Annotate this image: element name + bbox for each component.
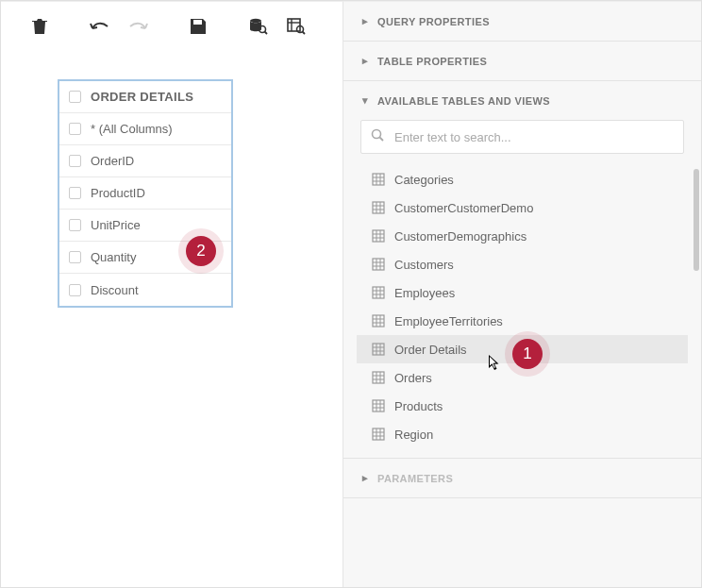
- properties-panel: ▸ QUERY PROPERTIES ▸ TABLE PROPERTIES ▾ …: [343, 1, 701, 587]
- svg-rect-55: [373, 428, 384, 440]
- table-item-label: EmployeeTerritories: [394, 314, 503, 328]
- redo-button[interactable]: [125, 14, 150, 39]
- table-item-label: Region: [394, 428, 433, 442]
- callout-badge-2: 2: [186, 236, 216, 266]
- callout-badge-1: 1: [512, 339, 543, 369]
- toolbar: [1, 2, 343, 51]
- section-table-properties[interactable]: ▸ TABLE PROPERTIES: [343, 42, 701, 80]
- section-parameters[interactable]: ▸ PARAMETERS: [343, 459, 701, 497]
- undo-button[interactable]: [88, 14, 112, 39]
- chevron-right-icon: ▸: [360, 472, 370, 484]
- table-card-title: ORDER DETAILS: [91, 90, 193, 104]
- search-input[interactable]: [394, 130, 674, 144]
- table-card-header[interactable]: ORDER DETAILS: [59, 81, 231, 113]
- search-icon: [371, 128, 385, 145]
- table-item[interactable]: CustomerDemographics: [366, 222, 688, 250]
- table-column-row[interactable]: OrderID: [59, 145, 231, 177]
- design-surface[interactable]: ORDER DETAILS * (All Columns)OrderIDProd…: [1, 1, 343, 587]
- table-item[interactable]: Customers: [366, 250, 688, 278]
- svg-rect-15: [373, 202, 384, 213]
- checkbox[interactable]: [69, 251, 81, 263]
- svg-rect-35: [373, 315, 384, 327]
- table-item[interactable]: Region: [366, 420, 688, 448]
- table-item-label: CustomerDemographics: [394, 229, 526, 244]
- table-column-row[interactable]: ProductID: [59, 177, 231, 210]
- cursor-icon: [488, 354, 503, 376]
- table-item-label: Orders: [394, 371, 432, 385]
- scrollbar-thumb[interactable]: [694, 169, 699, 271]
- table-column-row[interactable]: * (All Columns): [59, 113, 231, 145]
- table-item-label: Products: [394, 399, 443, 413]
- table-column-row[interactable]: Discount: [59, 274, 231, 306]
- column-label: Discount: [91, 283, 139, 297]
- table-item-label: Order Details: [394, 343, 467, 357]
- column-label: * (All Columns): [91, 122, 173, 136]
- chevron-right-icon: ▸: [360, 55, 370, 67]
- svg-point-8: [373, 130, 381, 139]
- table-item[interactable]: Categories: [366, 165, 688, 193]
- table-item[interactable]: Products: [366, 392, 688, 420]
- table-icon: [372, 343, 385, 356]
- svg-rect-25: [373, 259, 384, 270]
- svg-line-9: [380, 138, 384, 142]
- svg-rect-3: [288, 19, 300, 31]
- checkbox[interactable]: [69, 91, 81, 103]
- table-card-order-details[interactable]: ORDER DETAILS * (All Columns)OrderIDProd…: [58, 79, 233, 308]
- chevron-down-icon: ▾: [360, 94, 370, 107]
- save-button[interactable]: [186, 14, 210, 39]
- section-query-properties[interactable]: ▸ QUERY PROPERTIES: [343, 2, 701, 41]
- checkbox[interactable]: [69, 284, 81, 296]
- checkbox[interactable]: [69, 219, 81, 231]
- column-label: OrderID: [91, 154, 134, 168]
- svg-rect-40: [373, 344, 384, 355]
- table-item-label: CustomerCustomerDemo: [394, 201, 533, 215]
- table-item-label: Employees: [394, 286, 455, 300]
- tables-list: CategoriesCustomerCustomerDemoCustomerDe…: [357, 165, 688, 448]
- trash-button[interactable]: [27, 14, 52, 39]
- svg-point-0: [250, 19, 261, 23]
- column-label: UnitPrice: [91, 218, 141, 232]
- chevron-right-icon: ▸: [360, 15, 370, 27]
- query-preview-button[interactable]: [246, 14, 271, 39]
- svg-rect-45: [373, 372, 384, 383]
- svg-rect-20: [373, 230, 384, 242]
- table-icon: [372, 286, 385, 299]
- table-icon: [372, 371, 385, 384]
- search-input-container: [360, 120, 684, 154]
- svg-rect-50: [373, 400, 384, 412]
- results-preview-button[interactable]: [284, 14, 309, 39]
- column-label: ProductID: [91, 186, 145, 200]
- svg-rect-30: [373, 287, 384, 298]
- table-icon: [372, 201, 385, 214]
- table-item-label: Categories: [394, 173, 454, 187]
- checkbox[interactable]: [69, 155, 81, 167]
- checkbox[interactable]: [69, 123, 81, 135]
- table-icon: [372, 314, 385, 328]
- svg-line-7: [303, 32, 306, 35]
- section-available-tables[interactable]: ▾ AVAILABLE TABLES AND VIEWS: [343, 81, 701, 120]
- svg-rect-10: [373, 174, 384, 185]
- table-icon: [372, 428, 385, 441]
- table-item[interactable]: CustomerCustomerDemo: [366, 193, 688, 222]
- table-icon: [372, 258, 385, 271]
- checkbox[interactable]: [69, 187, 81, 199]
- table-icon: [372, 229, 385, 243]
- table-icon: [372, 399, 385, 412]
- column-label: Quantity: [91, 250, 136, 264]
- table-item[interactable]: Employees: [366, 278, 688, 307]
- table-item-label: Customers: [394, 258, 454, 272]
- table-icon: [372, 173, 385, 186]
- table-item[interactable]: EmployeeTerritories: [366, 307, 688, 335]
- svg-line-2: [265, 32, 268, 35]
